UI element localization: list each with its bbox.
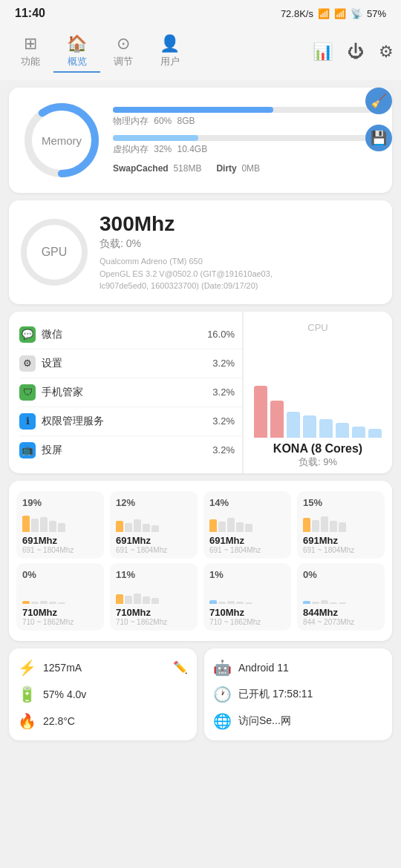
cpu-subtitle: 负载: 9%: [299, 456, 337, 469]
core-range-8: 844 ~ 2073Mhz: [303, 618, 379, 626]
gpu-info: Qualcomm Adreno (TM) 650 OpenGL ES 3.2 V…: [100, 255, 380, 292]
mini-bar: [227, 518, 235, 532]
wifi-icon: 📶: [334, 8, 346, 19]
core-pct-1: 19%: [22, 497, 98, 508]
nav-item-functions[interactable]: ⊞ 功能: [7, 31, 53, 73]
chart-icon[interactable]: 📊: [313, 42, 333, 62]
mini-bar: [330, 521, 337, 532]
nav-item-adjust[interactable]: ⊙ 调节: [100, 31, 146, 73]
mini-bar: [321, 600, 328, 604]
core-pct-3: 14%: [209, 497, 285, 508]
core-mini-bars-5: [22, 583, 98, 604]
core-item-2: 12% 691Mhz 691 ~ 1804Mhz: [110, 491, 198, 559]
cpu-app-pct-perm: 3.2%: [212, 415, 235, 427]
nav-label-user: 用户: [160, 55, 180, 68]
swap-cached: SwapCached 518MB: [113, 163, 201, 174]
mini-bar: [245, 602, 252, 604]
core-pct-6: 11%: [116, 569, 192, 580]
status-time: 11:40: [15, 7, 45, 20]
network-row: 🌐 访问Se...网: [213, 712, 383, 730]
memory-details: 物理内存 60% 8GB 虚拟内存 32% 10.4GB SwapCached …: [113, 107, 380, 174]
gpu-freq: 300Mhz: [100, 212, 380, 236]
memory-info-btn[interactable]: 💾: [365, 125, 392, 151]
settings-app-icon: ⚙: [19, 355, 36, 372]
battery-icon: 🔋: [18, 685, 36, 703]
physical-bar-fill: [113, 107, 273, 113]
memory-donut-label: Memory: [42, 134, 82, 147]
mini-bar: [31, 602, 39, 604]
mini-bar: [303, 601, 310, 604]
cpu-bar-6: [336, 423, 349, 438]
mini-bar: [209, 600, 217, 604]
virtual-bar-fill: [113, 135, 198, 141]
android-value: Android 11: [238, 662, 289, 674]
cpu-app-pct-cast: 3.2%: [212, 444, 235, 456]
gpu-circle: GPU: [21, 219, 88, 286]
mini-bar: [151, 525, 159, 532]
mini-bar: [125, 596, 132, 604]
flame-icon: 🔥: [18, 712, 36, 730]
core-freq-7: 710Mhz: [209, 607, 285, 618]
core-freq-3: 691Mhz: [209, 535, 285, 546]
cpu-title: KONA (8 Cores): [273, 442, 362, 456]
core-range-6: 710 ~ 1862Mhz: [116, 618, 192, 626]
mini-bar: [303, 518, 310, 532]
nav-left: ⊞ 功能 🏠 概览 ⊙ 调节 👤 用户: [7, 31, 193, 73]
clock-icon: 🕐: [213, 685, 231, 703]
settings-icon[interactable]: ⚙: [379, 42, 394, 62]
mini-bar: [236, 522, 244, 532]
cpu-app-pct-wechat: 16.0%: [207, 329, 235, 340]
cpu-chart-area: CPU KONA (8 Cores) 负载: 9%: [244, 312, 392, 473]
cpu-app-pct-settings: 3.2%: [212, 358, 235, 369]
power-icon[interactable]: ⏻: [348, 42, 364, 62]
gpu-load: 负载: 0%: [100, 237, 380, 251]
wifi-icon2: 📡: [351, 8, 362, 19]
user-icon: 👤: [160, 34, 180, 53]
core-mini-bars-2: [116, 511, 192, 532]
cpu-app-cast: 📺 投屏 3.2%: [19, 436, 242, 464]
mini-bar: [339, 602, 346, 604]
gpu-card: GPU 300Mhz 负载: 0% Qualcomm Adreno (TM) 6…: [9, 200, 392, 304]
mini-bar: [22, 601, 30, 604]
cast-icon: 📺: [19, 442, 36, 458]
core-range-1: 691 ~ 1804Mhz: [22, 546, 98, 554]
nav-label-functions: 功能: [21, 55, 40, 68]
core-range-4: 691 ~ 1804Mhz: [303, 546, 379, 554]
battery-row: 🔋 57% 4.0v: [18, 685, 188, 703]
status-bar: 11:40 72.8K/s 📶 📶 📡 57%: [0, 0, 401, 27]
nav-item-user[interactable]: 👤 用户: [146, 31, 193, 73]
mini-bar: [116, 594, 123, 604]
cpu-app-wechat: 💬 微信 16.0%: [19, 320, 242, 349]
memory-action-btns: 🧹 💾: [365, 88, 392, 151]
core-mini-bars-3: [209, 511, 285, 532]
core-pct-4: 15%: [303, 497, 379, 508]
core-item-3: 14% 691Mhz 691 ~ 1804Mhz: [203, 491, 291, 559]
mini-bar: [209, 519, 217, 532]
physical-memory-row: 物理内存 60% 8GB: [113, 107, 380, 128]
virtual-memory-label: 虚拟内存 32% 10.4GB: [113, 143, 380, 156]
mini-bar: [134, 519, 141, 532]
cpu-card: 💬 微信 16.0% ⚙ 设置 3.2% 🛡 手机管家 3.2% ℹ 权限管理服…: [9, 312, 392, 473]
nav-item-overview[interactable]: 🏠 概览: [53, 31, 100, 73]
cpu-app-name-settings: 设置: [42, 357, 212, 370]
core-range-2: 691 ~ 1804Mhz: [116, 546, 192, 554]
cpu-bar-1: [254, 386, 267, 438]
mini-bar: [31, 519, 39, 532]
edit-icon[interactable]: ✏️: [173, 660, 188, 674]
core-freq-6: 710Mhz: [116, 607, 192, 618]
mini-bar: [143, 596, 150, 604]
mini-bar: [312, 520, 319, 532]
nav-label-overview: 概览: [68, 55, 87, 68]
bottom-cards: ⚡ 1257mA ✏️ 🔋 57% 4.0v 🔥 22.8°C 🤖 Androi…: [9, 648, 392, 740]
core-freq-5: 710Mhz: [22, 607, 98, 618]
memory-card: Memory 物理内存 60% 8GB 虚拟内存 32% 10.4GB: [9, 88, 392, 193]
cpu-bar-5: [319, 419, 333, 438]
cpu-app-name-manager: 手机管家: [42, 386, 212, 399]
status-right: 72.8K/s 📶 📶 📡 57%: [281, 8, 386, 19]
core-pct-5: 0%: [22, 569, 98, 580]
dirty: Dirty 0MB: [216, 163, 260, 174]
mini-bar: [218, 602, 226, 604]
memory-clean-btn[interactable]: 🧹: [365, 88, 392, 114]
mini-bar: [125, 523, 132, 532]
memory-swap-row: SwapCached 518MB Dirty 0MB: [113, 163, 380, 174]
